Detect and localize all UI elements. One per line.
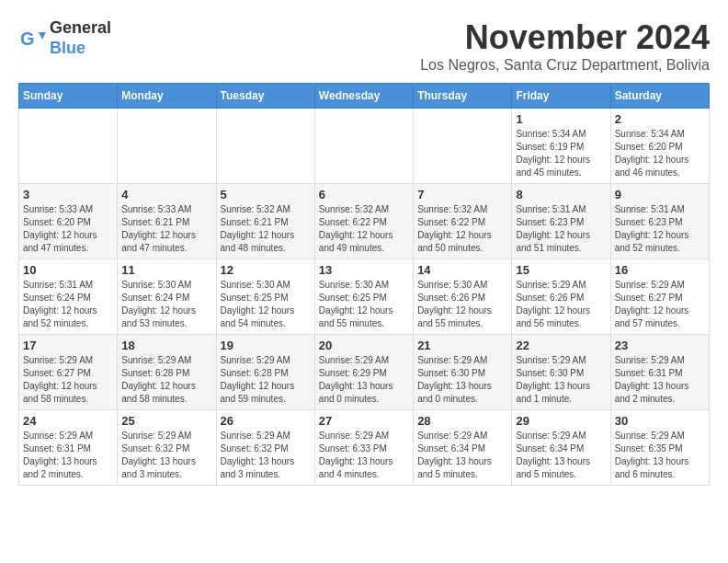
day-number: 12 [221,263,311,277]
calendar-week-2: 10Sunrise: 5:31 AM Sunset: 6:24 PM Dayli… [19,259,710,335]
day-info: Sunrise: 5:29 AM Sunset: 6:34 PM Dayligh… [516,430,606,481]
weekday-monday: Monday [118,84,216,109]
day-info: Sunrise: 5:30 AM Sunset: 6:25 PM Dayligh… [319,279,409,330]
calendar-cell: 8Sunrise: 5:31 AM Sunset: 6:23 PM Daylig… [512,184,610,259]
day-info: Sunrise: 5:29 AM Sunset: 6:27 PM Dayligh… [615,279,705,330]
day-number: 3 [23,188,113,201]
svg-marker-1 [39,32,46,40]
day-info: Sunrise: 5:29 AM Sunset: 6:30 PM Dayligh… [417,354,507,406]
calendar-cell: 7Sunrise: 5:32 AM Sunset: 6:22 PM Daylig… [414,184,512,259]
day-number: 6 [319,188,409,201]
calendar-cell: 16Sunrise: 5:29 AM Sunset: 6:27 PM Dayli… [610,259,709,335]
day-number: 8 [516,188,606,201]
location-title: Los Negros, Santa Cruz Department, Boliv… [420,57,710,74]
calendar-cell: 10Sunrise: 5:31 AM Sunset: 6:24 PM Dayli… [19,259,118,335]
calendar-cell: 26Sunrise: 5:29 AM Sunset: 6:32 PM Dayli… [216,410,314,486]
logo-icon: G [18,25,46,52]
day-number: 7 [417,188,507,201]
calendar-cell: 21Sunrise: 5:29 AM Sunset: 6:30 PM Dayli… [414,335,512,410]
day-info: Sunrise: 5:32 AM Sunset: 6:21 PM Dayligh… [221,203,311,255]
calendar-cell [314,109,413,184]
calendar-cell: 2Sunrise: 5:34 AM Sunset: 6:20 PM Daylig… [610,109,709,184]
calendar-cell [414,109,512,184]
logo: G General Blue [18,18,111,58]
calendar-week-3: 17Sunrise: 5:29 AM Sunset: 6:27 PM Dayli… [19,335,710,410]
day-info: Sunrise: 5:29 AM Sunset: 6:32 PM Dayligh… [121,430,211,481]
month-title: November 2024 [420,18,710,57]
calendar-cell: 28Sunrise: 5:29 AM Sunset: 6:34 PM Dayli… [414,410,512,486]
weekday-header-row: SundayMondayTuesdayWednesdayThursdayFrid… [19,84,710,109]
day-number: 21 [417,339,507,352]
day-info: Sunrise: 5:29 AM Sunset: 6:35 PM Dayligh… [615,430,705,481]
calendar-cell: 15Sunrise: 5:29 AM Sunset: 6:26 PM Dayli… [512,259,610,335]
day-number: 20 [319,339,409,352]
day-number: 5 [221,188,311,201]
calendar-cell: 4Sunrise: 5:33 AM Sunset: 6:21 PM Daylig… [118,184,216,259]
weekday-saturday: Saturday [610,84,709,109]
day-number: 30 [615,414,705,428]
day-number: 10 [23,263,113,277]
day-number: 26 [221,414,311,428]
day-info: Sunrise: 5:30 AM Sunset: 6:26 PM Dayligh… [417,279,507,330]
day-info: Sunrise: 5:32 AM Sunset: 6:22 PM Dayligh… [417,203,507,255]
day-number: 1 [516,112,606,126]
calendar-cell: 13Sunrise: 5:30 AM Sunset: 6:25 PM Dayli… [314,259,413,335]
weekday-tuesday: Tuesday [216,84,314,109]
day-info: Sunrise: 5:34 AM Sunset: 6:19 PM Dayligh… [516,128,606,179]
title-section: November 2024 Los Negros, Santa Cruz Dep… [420,18,710,74]
day-info: Sunrise: 5:30 AM Sunset: 6:24 PM Dayligh… [121,279,211,330]
day-number: 17 [23,339,113,352]
day-info: Sunrise: 5:29 AM Sunset: 6:29 PM Dayligh… [319,354,409,406]
day-number: 2 [615,112,705,126]
calendar-cell [118,109,216,184]
weekday-thursday: Thursday [414,84,512,109]
day-number: 14 [417,263,507,277]
calendar-cell: 14Sunrise: 5:30 AM Sunset: 6:26 PM Dayli… [414,259,512,335]
day-info: Sunrise: 5:29 AM Sunset: 6:27 PM Dayligh… [23,354,113,406]
calendar-cell: 6Sunrise: 5:32 AM Sunset: 6:22 PM Daylig… [314,184,413,259]
calendar-cell [216,109,314,184]
day-info: Sunrise: 5:29 AM Sunset: 6:28 PM Dayligh… [221,354,311,406]
calendar-cell: 24Sunrise: 5:29 AM Sunset: 6:31 PM Dayli… [19,410,118,486]
weekday-friday: Friday [512,84,610,109]
calendar-cell: 19Sunrise: 5:29 AM Sunset: 6:28 PM Dayli… [216,335,314,410]
day-info: Sunrise: 5:29 AM Sunset: 6:32 PM Dayligh… [221,430,311,481]
calendar-week-1: 3Sunrise: 5:33 AM Sunset: 6:20 PM Daylig… [19,184,710,259]
calendar-cell: 27Sunrise: 5:29 AM Sunset: 6:33 PM Dayli… [314,410,413,486]
calendar-cell: 17Sunrise: 5:29 AM Sunset: 6:27 PM Dayli… [19,335,118,410]
calendar-cell: 11Sunrise: 5:30 AM Sunset: 6:24 PM Dayli… [118,259,216,335]
calendar-week-4: 24Sunrise: 5:29 AM Sunset: 6:31 PM Dayli… [19,410,710,486]
day-number: 27 [319,414,409,428]
day-info: Sunrise: 5:31 AM Sunset: 6:23 PM Dayligh… [516,203,606,255]
day-info: Sunrise: 5:33 AM Sunset: 6:20 PM Dayligh… [23,203,113,255]
day-info: Sunrise: 5:34 AM Sunset: 6:20 PM Dayligh… [615,128,705,179]
day-info: Sunrise: 5:29 AM Sunset: 6:31 PM Dayligh… [23,430,113,481]
day-info: Sunrise: 5:31 AM Sunset: 6:23 PM Dayligh… [615,203,705,255]
day-info: Sunrise: 5:29 AM Sunset: 6:34 PM Dayligh… [417,430,507,481]
day-number: 22 [516,339,606,352]
svg-text:G: G [20,29,35,49]
calendar-cell: 30Sunrise: 5:29 AM Sunset: 6:35 PM Dayli… [610,410,709,486]
calendar-cell: 12Sunrise: 5:30 AM Sunset: 6:25 PM Dayli… [216,259,314,335]
day-info: Sunrise: 5:29 AM Sunset: 6:26 PM Dayligh… [516,279,606,330]
logo-line2: Blue [50,39,85,57]
day-number: 16 [615,263,705,277]
day-info: Sunrise: 5:30 AM Sunset: 6:25 PM Dayligh… [221,279,311,330]
calendar-cell: 3Sunrise: 5:33 AM Sunset: 6:20 PM Daylig… [19,184,118,259]
day-info: Sunrise: 5:33 AM Sunset: 6:21 PM Dayligh… [121,203,211,255]
day-number: 28 [417,414,507,428]
day-number: 18 [121,339,211,352]
day-number: 25 [121,414,211,428]
logo-line1: General [50,18,111,37]
calendar-cell: 18Sunrise: 5:29 AM Sunset: 6:28 PM Dayli… [118,335,216,410]
calendar-cell [19,109,118,184]
day-info: Sunrise: 5:29 AM Sunset: 6:33 PM Dayligh… [319,430,409,481]
weekday-sunday: Sunday [19,84,118,109]
calendar-body: 1Sunrise: 5:34 AM Sunset: 6:19 PM Daylig… [19,109,710,486]
calendar-cell: 9Sunrise: 5:31 AM Sunset: 6:23 PM Daylig… [610,184,709,259]
day-number: 4 [121,188,211,201]
day-number: 29 [516,414,606,428]
header: G General Blue November 2024 Los Negros,… [18,18,710,74]
day-number: 13 [319,263,409,277]
day-number: 24 [23,414,113,428]
